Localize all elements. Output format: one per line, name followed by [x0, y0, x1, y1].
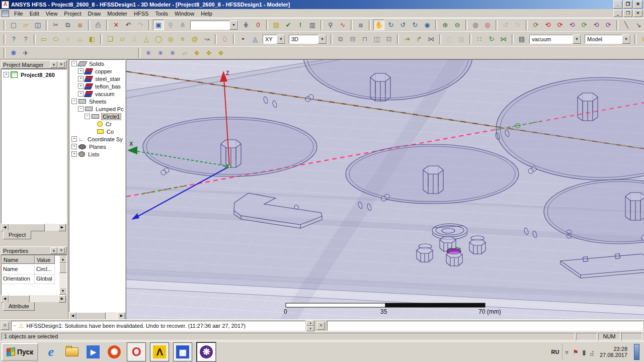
document-icon[interactable]: [2, 10, 9, 17]
solve-setup-icon[interactable]: ⟳: [530, 20, 541, 30]
spin-up-icon[interactable]: ▲: [306, 320, 314, 326]
message-close-icon[interactable]: x: [1, 322, 9, 330]
model-tree-hscrollbar[interactable]: ◀ ▶: [69, 312, 125, 319]
properties-title[interactable]: Properties ▴ ✕: [1, 246, 67, 255]
help-topics-icon[interactable]: ?: [8, 34, 19, 44]
column-header-value[interactable]: Value: [35, 255, 55, 264]
property-value[interactable]: Circl...: [35, 265, 55, 275]
network-signal-icon[interactable]: ⣴: [589, 349, 594, 355]
tree-expander-icon[interactable]: +: [71, 136, 77, 142]
battery-icon[interactable]: ▮: [582, 349, 586, 355]
paste-icon[interactable]: ⧈: [74, 20, 86, 30]
3d-canvas[interactable]: X Z 0 35 70 (mm): [126, 60, 644, 320]
menu-help[interactable]: Help: [198, 10, 215, 17]
intersect-icon[interactable]: ⊓: [359, 34, 370, 44]
scroll-down-icon[interactable]: ▼: [59, 287, 67, 295]
project-tree[interactable]: + Project8_260: [1, 69, 67, 224]
taskbar-app-movie-reel[interactable]: ✺: [106, 343, 123, 360]
cut-icon[interactable]: ✂: [50, 20, 61, 30]
scrollbar-thumb[interactable]: [76, 312, 106, 320]
boundary-display-icon[interactable]: ⋕: [240, 20, 252, 30]
panel-collapse-icon[interactable]: ▴: [50, 61, 57, 68]
tree-expander-icon[interactable]: +: [71, 144, 77, 149]
layer-stack-icon[interactable]: ▤: [516, 34, 527, 44]
project-tree-hscrollbar[interactable]: ◀ ▶: [1, 224, 66, 231]
rotate-screen-icon[interactable]: ↻: [410, 20, 421, 30]
fit-all-icon[interactable]: ◎: [470, 20, 481, 30]
model-type-combo[interactable]: Model▼: [585, 35, 631, 44]
draw-helix-icon[interactable]: ≡: [177, 34, 188, 44]
measure-icon[interactable]: ✈: [20, 48, 31, 58]
draw-rectangle-icon[interactable]: ▭: [38, 34, 49, 44]
property-row-orientation[interactable]: OrientationGlobal: [2, 275, 66, 284]
sweep-icon[interactable]: ⬯: [219, 34, 230, 44]
zoom-out-icon[interactable]: ⊖: [452, 20, 463, 30]
cs-axis-2-icon[interactable]: ✳: [155, 48, 166, 58]
draw-spiral-icon[interactable]: @: [189, 34, 200, 44]
language-indicator[interactable]: RU: [551, 349, 559, 355]
message-spinner[interactable]: ▲ ▼: [306, 320, 314, 331]
draw-cylinder-icon[interactable]: ⌭: [117, 34, 128, 44]
fit-selection-icon[interactable]: ◎: [482, 20, 493, 30]
restore-button[interactable]: ❐: [623, 1, 632, 9]
cs-axis-3-icon[interactable]: ✳: [167, 48, 178, 58]
object-name-combo[interactable]: ▼: [190, 21, 238, 30]
menu-window[interactable]: Window: [172, 10, 197, 17]
draw-plane-icon[interactable]: ◬: [250, 34, 261, 44]
tree-expander-icon[interactable]: +: [78, 68, 84, 74]
scroll-left-icon[interactable]: ◀: [69, 312, 76, 320]
tree-expander-icon[interactable]: −: [85, 114, 90, 119]
connect-icon[interactable]: ▨: [456, 34, 467, 44]
scroll-left-icon[interactable]: ◀: [1, 224, 9, 231]
taskbar-app-opera[interactable]: O: [127, 342, 146, 361]
taskbar-app-media-player[interactable]: ▶: [85, 343, 102, 360]
imprint-icon[interactable]: ⊡: [383, 34, 394, 44]
tree-item-lists[interactable]: +Lists: [69, 150, 125, 158]
hidden-icons-chevron-icon[interactable]: »: [564, 350, 571, 353]
scroll-left-icon[interactable]: ◀: [1, 295, 9, 303]
scroll-right-icon[interactable]: ▶: [58, 295, 66, 303]
tree-expander-icon[interactable]: −: [78, 106, 84, 112]
select-face-icon[interactable]: ⚲: [165, 20, 176, 30]
project-manager-title[interactable]: Project Manager ▴ ✕: [1, 60, 67, 69]
dropdown-arrow-icon[interactable]: ▼: [229, 21, 238, 30]
print-icon[interactable]: ⎙: [93, 20, 104, 30]
zoom-in-icon[interactable]: ⊕: [440, 20, 451, 30]
menu-file[interactable]: File: [11, 10, 26, 17]
draw-circle-icon[interactable]: ○: [62, 34, 73, 44]
rotate-axis-icon[interactable]: ↺: [397, 20, 409, 30]
spin-down-icon[interactable]: ▼: [306, 326, 314, 331]
cs-offset-1-icon[interactable]: ❖: [191, 48, 202, 58]
clock[interactable]: 23:28 27.08.2017: [600, 346, 627, 358]
optimetrics-4-icon[interactable]: ⟳: [603, 20, 614, 30]
save-icon[interactable]: ◫: [32, 20, 43, 30]
copy-icon[interactable]: ⧉: [62, 20, 73, 30]
menu-modeler[interactable]: Modeler: [104, 10, 130, 17]
draw-polyline-icon[interactable]: ↘: [633, 20, 644, 30]
model-tree[interactable]: −Solids+copper+steel_stair+teflon_bas+va…: [69, 59, 125, 312]
open-file-icon[interactable]: ▱: [20, 20, 31, 30]
tree-item-vacuum[interactable]: +vacuum: [69, 90, 125, 98]
property-row-name[interactable]: NameCircl...: [2, 265, 66, 275]
menu-project[interactable]: Project: [61, 10, 84, 17]
cs-offset-2-icon[interactable]: ❖: [203, 48, 214, 58]
tree-item-planes[interactable]: +Planes: [69, 143, 125, 150]
tab-project[interactable]: Project: [3, 231, 31, 239]
tree-expander-icon[interactable]: +: [71, 151, 77, 157]
optimetrics-1-icon[interactable]: ⟲: [567, 20, 578, 30]
cs-offset-3-icon[interactable]: ❖: [215, 48, 226, 58]
draw-box-icon[interactable]: ❑: [105, 34, 116, 44]
edit-sources-icon[interactable]: ∿: [337, 20, 348, 30]
scroll-right-icon[interactable]: ▶: [58, 224, 66, 231]
tree-item-teflon-bas[interactable]: +teflon_bas: [69, 82, 125, 90]
tree-item-cr[interactable]: Cr: [69, 120, 125, 128]
mirror-icon[interactable]: ⋈: [426, 34, 437, 44]
tree-expander-icon[interactable]: +: [78, 91, 84, 97]
unite-icon[interactable]: ⧉: [335, 34, 346, 44]
draw-torus-icon[interactable]: ◎: [165, 34, 176, 44]
tree-expander-icon[interactable]: −: [71, 99, 77, 104]
taskbar-app-file-explorer[interactable]: [63, 343, 80, 360]
menu-tools[interactable]: Tools: [152, 10, 171, 17]
relative-cs-icon[interactable]: ❋: [8, 48, 19, 58]
cs-axis-1-icon[interactable]: ✳: [143, 48, 154, 58]
